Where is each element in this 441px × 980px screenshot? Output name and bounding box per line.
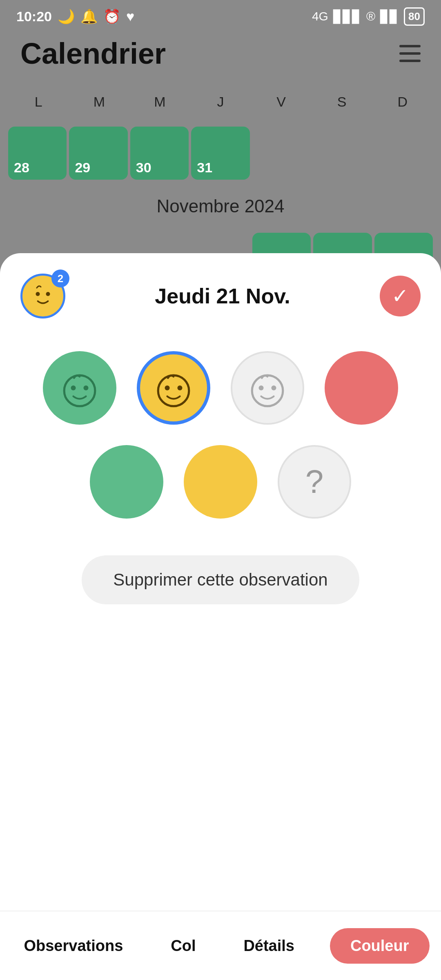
svg-point-11 [271,385,276,390]
app-header: Calendrier [0,37,441,70]
app-title: Calendrier [20,37,166,70]
signal2-icon: ▊▊ [380,9,399,24]
svg-point-5 [83,385,88,390]
moon-icon: 🌙 [58,8,75,24]
svg-point-3 [64,375,95,406]
cal-day-empty2 [313,127,372,180]
nav-couleur[interactable]: Couleur [330,928,430,964]
option-gray-baby[interactable] [231,351,304,425]
sheet-avatar: 2 [20,274,65,318]
option-yellow-solid[interactable] [184,445,257,519]
nav-observations-label: Observations [24,937,123,955]
calendar-prev-row: 28 29 30 31 [0,127,441,180]
heart-icon: ♥ [126,9,134,24]
question-label: ? [305,463,324,501]
mute-icon: 🔔 [80,8,98,24]
option-red-solid[interactable] [325,351,398,425]
svg-point-2 [46,292,50,296]
weekday-M1: M [69,90,130,114]
month-label: Novembre 2024 [0,196,441,216]
weekday-J: J [190,90,251,114]
nav-observations[interactable]: Observations [11,929,135,963]
hamburger-line1 [399,45,421,47]
svg-point-7 [165,385,170,390]
option-green-solid[interactable] [90,445,163,519]
svg-point-10 [259,385,264,390]
weekday-L: L [8,90,69,114]
network-label: 4G [312,9,328,23]
alarm-icon: ⏰ [103,8,120,24]
calendar-weekdays: L M M J V S D [0,90,441,114]
hamburger-line2 [399,52,421,55]
bottom-sheet: 2 Jeudi 21 Nov. ✓ [0,253,441,980]
bottom-nav: Observations Col Détails Couleur [0,911,441,980]
status-left: 10:20 🌙 🔔 ⏰ ♥ [16,8,134,24]
options-row1 [24,351,416,425]
nav-details-label: Détails [243,937,294,955]
svg-point-0 [29,282,57,310]
r-icon: ® [366,9,375,23]
hamburger-line3 [399,60,421,62]
cal-day-empty3 [374,127,433,180]
svg-point-9 [252,375,283,406]
avatar-badge: 2 [51,270,69,287]
options-row2: ? [24,445,416,519]
svg-point-1 [36,292,40,296]
svg-point-4 [71,385,76,390]
option-question[interactable]: ? [278,445,351,519]
nav-col[interactable]: Col [158,929,208,963]
weekday-D: D [372,90,433,114]
cal-day-30[interactable]: 30 [130,127,189,180]
svg-point-8 [177,385,182,390]
nav-details[interactable]: Détails [231,929,307,963]
cal-day-28[interactable]: 28 [8,127,67,180]
nav-couleur-label: Couleur [350,937,409,955]
cal-day-29[interactable]: 29 [69,127,127,180]
option-yellow-baby-selected[interactable] [137,351,210,425]
status-bar: 10:20 🌙 🔔 ⏰ ♥ 4G ▊▊▊ ® ▊▊ 80 [0,0,441,33]
cal-day-empty1 [252,127,311,180]
weekday-M2: M [129,90,190,114]
confirm-button[interactable]: ✓ [380,276,421,316]
gray-baby-svg [245,365,290,410]
cal-day-31[interactable]: 31 [191,127,249,180]
green-baby-svg [57,365,102,410]
option-green-baby[interactable] [43,351,116,425]
sheet-date: Jeudi 21 Nov. [155,284,290,308]
status-right: 4G ▊▊▊ ® ▊▊ 80 [312,7,425,26]
weekday-V: V [251,90,312,114]
weekday-S: S [312,90,372,114]
delete-observation-button[interactable]: Supprimer cette observation [82,555,359,604]
battery-label: 80 [404,7,425,26]
options-section: ? [0,327,441,535]
time-label: 10:20 [16,9,52,24]
svg-point-6 [158,375,189,406]
menu-button[interactable] [399,45,421,62]
checkmark-icon: ✓ [392,284,409,308]
sheet-header: 2 Jeudi 21 Nov. ✓ [0,253,441,327]
signal-icon: ▊▊▊ [333,9,361,24]
yellow-baby-svg [151,365,196,410]
nav-col-label: Col [171,937,196,955]
